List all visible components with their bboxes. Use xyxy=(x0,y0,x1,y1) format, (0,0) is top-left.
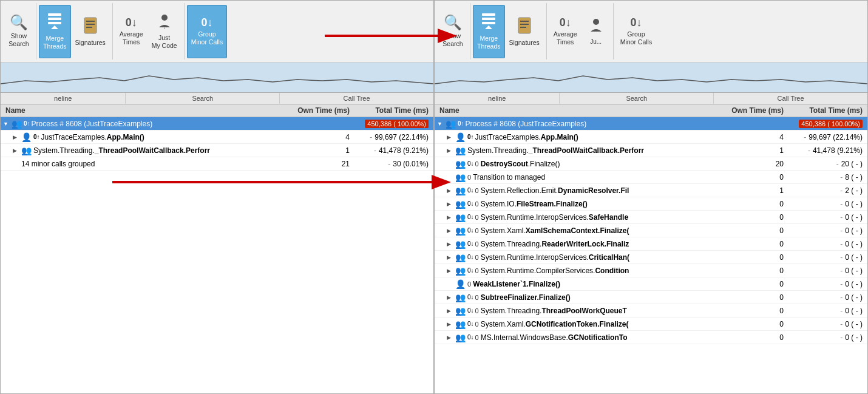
right-signatures-button[interactable]: Signatures xyxy=(505,5,544,58)
search-icon: 🔍 xyxy=(10,15,28,30)
expand-arrow[interactable]: ▶ xyxy=(13,148,21,154)
num-badge: 0 xyxy=(467,174,471,181)
expand-arrow[interactable]: ▶ xyxy=(447,201,455,207)
row-own-time: 0 xyxy=(716,173,788,182)
table-row[interactable]: ▶ 👥 0↓ 0 System.IO.FileStream.Finalize()… xyxy=(435,197,867,211)
row-label: System.Threading.ThreadPoolWorkQueueT xyxy=(481,307,627,315)
average-times-button[interactable]: 0↓ Average Times xyxy=(115,5,147,58)
table-row[interactable]: ▶ 👥 0↓ 0 MS.Internal.WindowsBase.GCNotif… xyxy=(435,331,867,344)
left-calls-group: 0↓ Group Minor Calls xyxy=(185,3,230,59)
table-row[interactable]: ▶ 👥 0↓ 0 System.Xaml.GCNotificationToken… xyxy=(435,318,867,331)
thread-icon: 👥 xyxy=(21,146,32,155)
num-badge: 0 xyxy=(475,334,479,341)
svg-rect-18 xyxy=(520,21,529,22)
svg-point-21 xyxy=(593,19,599,25)
num-badge: 0 xyxy=(475,187,479,194)
table-row[interactable]: ▶ 👤 0↑ JustTraceExamples.App.Main() 4 -9… xyxy=(435,131,867,144)
expand-arrow[interactable]: ▶ xyxy=(447,214,455,220)
num-badge: 0 xyxy=(475,240,479,248)
num-badge: 0 xyxy=(475,294,479,301)
signatures-button[interactable]: Signatures xyxy=(71,5,110,58)
left-section-headers: neline Search Call Tree xyxy=(1,93,433,104)
row-label: WeakListener`1.Finalize() xyxy=(473,280,560,288)
right-average-times-button[interactable]: 0↓ Average Times xyxy=(549,5,581,58)
thread-icon: 👥 xyxy=(12,119,22,129)
sort-icon: 0↓ xyxy=(467,254,474,260)
main-container: 🔍 Show Search Merge Threads Signatures xyxy=(0,0,868,394)
search-icon: 🔍 xyxy=(444,15,462,30)
expand-arrow[interactable]: ▶ xyxy=(447,308,455,314)
signatures-icon xyxy=(516,16,533,36)
expand-arrow[interactable]: ▶ xyxy=(447,228,455,234)
merge-threads-button[interactable]: Merge Threads xyxy=(39,5,71,58)
row-total-time: -0 ( - ) xyxy=(788,226,867,235)
expand-arrow[interactable]: ▶ xyxy=(447,268,455,274)
expand-arrow[interactable]: ▼ xyxy=(437,121,446,127)
table-row[interactable]: ▶ 👥 0↓ 0 System.Threading.ThreadPoolWork… xyxy=(435,304,867,318)
row-total-time: 450,386 ( 100.00%) xyxy=(788,120,867,128)
left-section-search: Search xyxy=(126,93,280,104)
row-label: 14 minor calls grouped xyxy=(21,160,95,168)
table-row[interactable]: ▶ 👥 0↓ 0 System.Runtime.InteropServices.… xyxy=(435,211,867,224)
table-row[interactable]: ▶ 👥 0↓ 0 SubtreeFinalizer.Finalize() 0 -… xyxy=(435,291,867,304)
right-ju-button[interactable]: Ju... xyxy=(581,5,611,58)
row-total-time: -0 ( - ) xyxy=(788,320,867,328)
row-label: System.Xaml.XamlSchemaContext.Finalize( xyxy=(481,226,629,235)
left-section-timeline: neline xyxy=(1,93,126,104)
table-row[interactable]: ▶ 👥 0↓ 0 System.Xaml.XamlSchemaContext.F… xyxy=(435,224,867,237)
expand-arrow[interactable]: ▶ xyxy=(447,321,455,327)
right-group-minor-calls-button[interactable]: 0↓ Group Minor Calls xyxy=(616,5,657,58)
right-col-own: Own Time (ms) xyxy=(716,106,788,115)
expand-arrow[interactable]: ▶ xyxy=(447,335,455,341)
svg-rect-13 xyxy=(482,13,495,16)
thread-icon: 👥 xyxy=(455,333,466,342)
table-row[interactable]: ▶ 👥 0↓ 0 System.Threading.ReaderWriterLo… xyxy=(435,237,867,251)
sort-icon: 0↓ xyxy=(467,227,474,234)
right-merge-threads-button[interactable]: Merge Threads xyxy=(473,5,505,58)
table-row[interactable]: ▼ 👥 0↑ Process # 8608 (JustTraceExamples… xyxy=(1,117,433,131)
table-row[interactable]: ▶ 👤 0 WeakListener`1.Finalize() 0 -0 ( -… xyxy=(435,277,867,291)
right-show-search-button[interactable]: 🔍 Show Search xyxy=(438,5,467,58)
num-badge: 0 xyxy=(475,307,479,314)
ju-icon xyxy=(588,17,604,36)
table-row[interactable]: ▶ 👥 0↓ 0 System.Runtime.InteropServices.… xyxy=(435,251,867,264)
table-row[interactable]: ▶ 👥 0↓ 0 DestroyScout.Finalize() 20 -20 … xyxy=(435,157,867,171)
table-row[interactable]: ▼ 👥 0↑ Process # 8608 (JustTraceExamples… xyxy=(435,117,867,131)
table-row[interactable]: ▶ 👥 0 Transition to managed 0 -8 ( - ) xyxy=(435,171,867,184)
expand-arrow[interactable]: ▶ xyxy=(13,134,21,140)
left-table: ▼ 👥 0↑ Process # 8608 (JustTraceExamples… xyxy=(1,117,433,393)
row-total-time: -0 ( - ) xyxy=(788,267,867,275)
row-total-time: -0 ( - ) xyxy=(788,333,867,342)
average-times-label: Average Times xyxy=(120,30,143,46)
row-label: System.Threading._ThreadPoolWaitCallback… xyxy=(33,146,210,155)
expand-arrow[interactable]: ▶ xyxy=(447,134,455,140)
just-my-code-icon: ↓ xyxy=(157,13,172,32)
row-total-time: -99,697 (22.14%) xyxy=(788,133,867,141)
expand-arrow[interactable]: ▼ xyxy=(3,121,12,127)
row-total-time: -99,697 (22.14%) xyxy=(354,133,433,141)
num-badge: 0 xyxy=(475,321,479,328)
table-row[interactable]: ▶ 👥 System.Threading._ThreadPoolWaitCall… xyxy=(1,144,433,157)
table-row[interactable]: ▶ 👤 0↑ JustTraceExamples.App.Main() 4 -9… xyxy=(1,131,433,144)
expand-arrow[interactable]: ▶ xyxy=(447,254,455,260)
show-search-button[interactable]: 🔍 Show Search xyxy=(4,5,33,58)
group-minor-calls-button[interactable]: 0↓ Group Minor Calls xyxy=(187,5,228,58)
average-times-label: Average Times xyxy=(554,30,577,46)
expand-arrow[interactable]: ▶ xyxy=(447,148,455,154)
num-badge: 0 xyxy=(467,280,471,288)
svg-text:↓: ↓ xyxy=(163,25,166,30)
sort-icon: 0↑ xyxy=(24,120,30,127)
expand-arrow[interactable]: ▶ xyxy=(447,188,455,194)
table-row[interactable]: ▶ 👥 0↓ 0 System.Reflection.Emit.DynamicR… xyxy=(435,184,867,197)
sort-icon: 0↓ xyxy=(467,187,474,194)
table-row[interactable]: ▶ 👥 0↓ 0 System.Runtime.CompilerServices… xyxy=(435,264,867,277)
table-row[interactable]: ▶ 👥 System.Threading._ThreadPoolWaitCall… xyxy=(435,144,867,157)
table-row[interactable]: ▶ 14 minor calls grouped 21 -30 (0.01%) xyxy=(1,157,433,171)
just-my-code-button[interactable]: ↓ Just My Code xyxy=(147,5,181,58)
row-total-time: -0 ( - ) xyxy=(788,253,867,262)
expand-arrow[interactable]: ▶ xyxy=(447,241,455,247)
left-col-total: Total Time (ms) xyxy=(354,106,433,115)
right-merge-group: Merge Threads Signatures xyxy=(470,3,547,59)
svg-rect-5 xyxy=(86,21,95,22)
expand-arrow[interactable]: ▶ xyxy=(447,294,455,301)
